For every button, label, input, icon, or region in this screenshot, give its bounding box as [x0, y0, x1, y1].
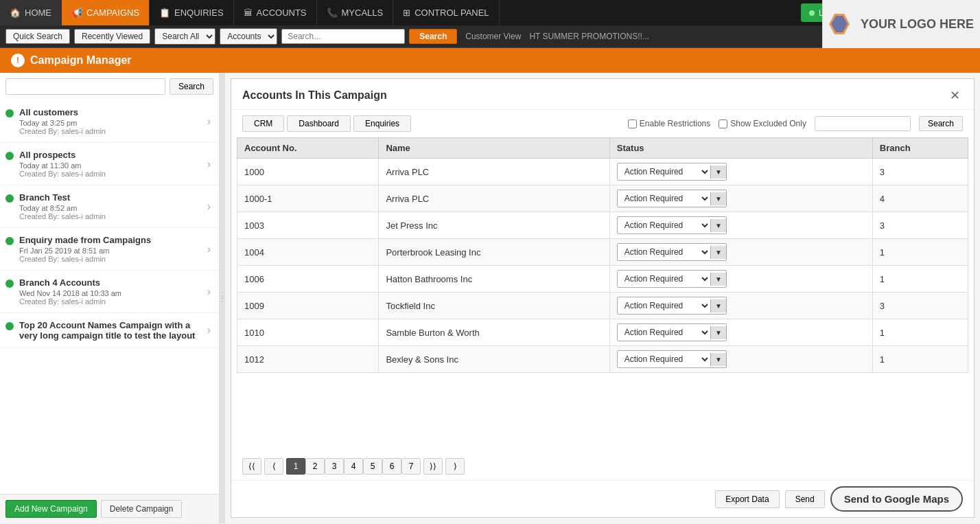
- nav-enquiries[interactable]: 📋 ENQUIRIES: [150, 0, 234, 25]
- status-cell[interactable]: Action Required Complete In Progress ▼: [609, 293, 872, 319]
- table-row[interactable]: 1009Tockfield Inc Action Required Comple…: [237, 293, 968, 319]
- campaign-list-item[interactable]: Enquiry made from Campaigns Fri Jan 25 2…: [0, 228, 219, 271]
- status-cell[interactable]: Action Required Complete In Progress ▼: [609, 185, 872, 212]
- status-select-wrapper[interactable]: Action Required Complete In Progress ▼: [617, 243, 727, 261]
- nav-accounts[interactable]: 🏛 ACCOUNTS: [234, 0, 317, 25]
- status-select-wrapper[interactable]: Action Required Complete In Progress ▼: [617, 297, 727, 315]
- status-select[interactable]: Action Required Complete In Progress: [618, 297, 710, 314]
- status-cell[interactable]: Action Required Complete In Progress ▼: [609, 319, 872, 346]
- recently-viewed-button[interactable]: Recently Viewed: [74, 29, 150, 44]
- page-next-button[interactable]: ⟩⟩: [423, 458, 443, 475]
- status-select[interactable]: Action Required Complete In Progress: [618, 351, 710, 367]
- resize-handle[interactable]: ⋮: [220, 73, 225, 523]
- delete-campaign-button[interactable]: Delete Campaign: [101, 500, 183, 518]
- status-dropdown-icon[interactable]: ▼: [710, 326, 726, 339]
- campaign-list-item[interactable]: Branch 4 Accounts Wed Nov 14 2018 at 10:…: [0, 271, 219, 313]
- table-row[interactable]: 1003Jet Press Inc Action Required Comple…: [237, 212, 968, 239]
- modal-tab-enquiries[interactable]: Enquiries: [353, 115, 411, 132]
- status-cell[interactable]: Action Required Complete In Progress ▼: [609, 346, 872, 373]
- table-row[interactable]: 1004Porterbrook Leasing Inc Action Requi…: [237, 239, 968, 266]
- campaign-list-item[interactable]: All customers Today at 3:25 pm Created B…: [0, 100, 219, 143]
- status-select[interactable]: Action Required Complete In Progress: [618, 271, 710, 287]
- status-select[interactable]: Action Required Complete In Progress: [618, 217, 710, 233]
- enable-restrictions-checkbox[interactable]: [628, 119, 637, 128]
- status-select[interactable]: Action Required Complete In Progress: [618, 190, 710, 207]
- restriction-search-button[interactable]: Search: [919, 116, 963, 131]
- branch-cell: 1: [872, 319, 968, 346]
- page-last-button[interactable]: ⟩: [445, 458, 465, 475]
- table-row[interactable]: 1010Samble Burton & Worth Action Require…: [237, 319, 968, 346]
- status-cell[interactable]: Action Required Complete In Progress ▼: [609, 159, 872, 185]
- page-button-6[interactable]: 6: [382, 458, 401, 475]
- status-cell[interactable]: Action Required Complete In Progress ▼: [609, 239, 872, 266]
- status-cell[interactable]: Action Required Complete In Progress ▼: [609, 266, 872, 293]
- table-row[interactable]: 1012Bexley & Sons Inc Action Required Co…: [237, 346, 968, 373]
- search-button[interactable]: Search: [409, 29, 457, 44]
- search-input[interactable]: [281, 29, 405, 44]
- page-prev-button[interactable]: ⟨: [264, 458, 283, 475]
- sidebar-search-input[interactable]: [5, 78, 165, 95]
- sidebar-search-button[interactable]: Search: [170, 78, 213, 95]
- modal-close-button[interactable]: ✕: [946, 87, 963, 104]
- enable-restrictions-label[interactable]: Enable Restrictions: [628, 119, 710, 128]
- status-select[interactable]: Action Required Complete In Progress: [618, 324, 710, 341]
- campaign-list-item[interactable]: All prospects Today at 11:30 am Created …: [0, 143, 219, 185]
- table-column-header: Branch: [872, 138, 968, 159]
- page-button-2[interactable]: 2: [305, 458, 325, 475]
- modal-tab-crm[interactable]: CRM: [242, 115, 284, 132]
- table-row[interactable]: 1006Hatton Bathrooms Inc Action Required…: [237, 266, 968, 293]
- status-dropdown-icon[interactable]: ▼: [710, 273, 726, 286]
- branch-cell: 3: [872, 159, 968, 185]
- status-select[interactable]: Action Required Complete In Progress: [618, 163, 710, 180]
- accounts-select[interactable]: Accounts: [220, 28, 277, 45]
- status-select-wrapper[interactable]: Action Required Complete In Progress ▼: [617, 163, 727, 181]
- campaign-header-icon: !: [11, 54, 25, 67]
- customer-view-link[interactable]: Customer View: [461, 32, 525, 41]
- page-button-4[interactable]: 4: [344, 458, 363, 475]
- search-all-select[interactable]: Search All: [154, 28, 215, 45]
- page-button-7[interactable]: 7: [401, 458, 421, 475]
- status-dropdown-icon[interactable]: ▼: [710, 166, 726, 179]
- nav-controlpanel[interactable]: ⊞ CONTROL PANEL: [393, 0, 499, 25]
- send-to-google-maps-button[interactable]: Send to Google Maps: [830, 486, 963, 512]
- status-select-wrapper[interactable]: Action Required Complete In Progress ▼: [617, 350, 727, 368]
- nav-home-label: HOME: [25, 8, 51, 18]
- campaign-list-item[interactable]: Top 20 Account Names Campaign with a ver…: [0, 313, 219, 348]
- page-button-1[interactable]: 1: [286, 458, 305, 475]
- account-no-cell: 1000-1: [237, 185, 379, 212]
- nav-home[interactable]: 🏠 HOME: [0, 0, 62, 25]
- status-dropdown-icon[interactable]: ▼: [710, 246, 726, 259]
- page-button-3[interactable]: 3: [325, 458, 344, 475]
- add-campaign-button[interactable]: Add New Campaign: [5, 500, 97, 518]
- show-excluded-checkbox[interactable]: [719, 119, 727, 128]
- table-row[interactable]: 1000-1Arriva PLC Action Required Complet…: [237, 185, 968, 212]
- campaign-status-dot: [5, 194, 14, 203]
- table-body: 1000Arriva PLC Action Required Complete …: [237, 159, 968, 373]
- table-row[interactable]: 1000Arriva PLC Action Required Complete …: [237, 159, 968, 185]
- status-dropdown-icon[interactable]: ▼: [710, 353, 726, 366]
- status-dropdown-icon[interactable]: ▼: [710, 219, 726, 232]
- status-dropdown-icon[interactable]: ▼: [710, 299, 726, 312]
- status-select-wrapper[interactable]: Action Required Complete In Progress ▼: [617, 190, 727, 207]
- nav-campaigns[interactable]: 📢 CAMPAIGNS: [62, 0, 150, 25]
- status-dropdown-icon[interactable]: ▼: [710, 192, 726, 205]
- status-select[interactable]: Action Required Complete In Progress: [618, 244, 710, 260]
- modal-tab-dashboard[interactable]: Dashboard: [287, 115, 351, 132]
- account-no-cell: 1006: [237, 266, 379, 293]
- status-cell[interactable]: Action Required Complete In Progress ▼: [609, 212, 872, 239]
- page-first-button[interactable]: ⟨⟨: [242, 458, 261, 475]
- status-select-wrapper[interactable]: Action Required Complete In Progress ▼: [617, 323, 727, 341]
- status-select-wrapper[interactable]: Action Required Complete In Progress ▼: [617, 216, 727, 234]
- status-select-wrapper[interactable]: Action Required Complete In Progress ▼: [617, 270, 727, 288]
- campaign-arrow-icon: ›: [207, 243, 211, 255]
- modal-controls: CRMDashboardEnquiries Enable Restriction…: [231, 110, 974, 137]
- nav-mycalls[interactable]: 📞 MYCALLS: [317, 0, 394, 25]
- export-data-button[interactable]: Export Data: [715, 490, 779, 508]
- send-button[interactable]: Send: [785, 490, 825, 508]
- show-excluded-label[interactable]: Show Excluded Only: [719, 119, 806, 128]
- quick-search-button[interactable]: Quick Search: [5, 29, 70, 44]
- page-button-5[interactable]: 5: [363, 458, 382, 475]
- campaign-list-item[interactable]: Branch Test Today at 8:52 am Created By:…: [0, 185, 219, 228]
- restriction-search-input[interactable]: [815, 116, 911, 131]
- campaign-arrow-icon: ›: [207, 115, 211, 128]
